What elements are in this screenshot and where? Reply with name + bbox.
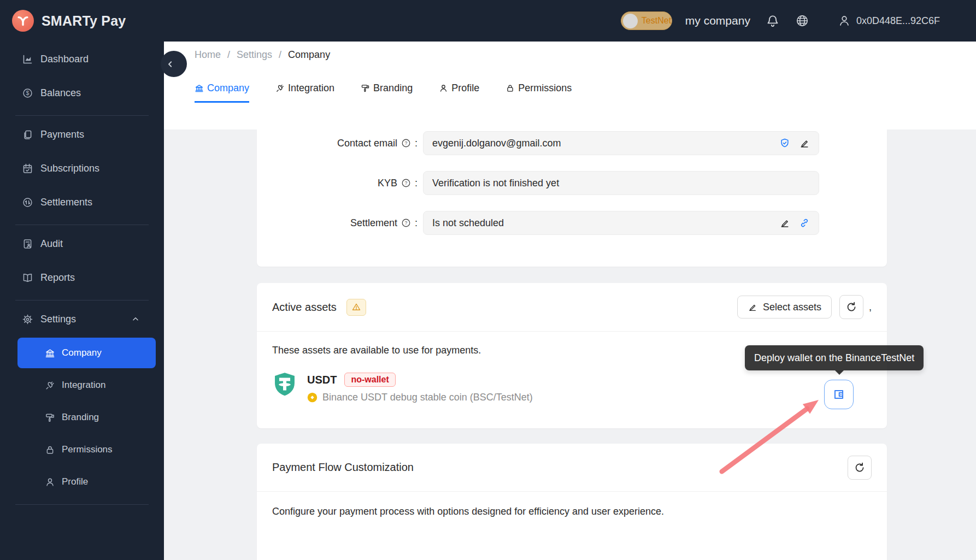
subscriptions-icon [22,163,33,174]
sidebar-divider [15,504,149,505]
field-label: KYB ? : [257,178,418,189]
sidebar-item-label: Audit [40,238,63,250]
sidebar-item-reports[interactable]: Reports [0,262,164,293]
sidebar-item-label: Dashboard [40,54,89,65]
link-icon[interactable] [799,217,810,228]
sidebar-item-label: Subscriptions [40,163,99,174]
tab-permissions[interactable]: Permissions [505,75,572,103]
asset-description: Binance USDT debug stable coin (BSC/Test… [322,392,533,403]
sidebar-item-label: Settings [40,314,76,325]
sidebar-divider [15,225,149,225]
sidebar-item-label: Profile [62,476,88,487]
payment-flow-card: Payment Flow Customization Configure you… [257,444,887,560]
sidebar-item-profile[interactable]: Profile [17,467,156,497]
sidebar-item-label: Company [62,347,102,358]
asset-row-usdt: USDT no-wallet Binance USDT debug stable… [272,372,872,403]
plug-icon [275,84,285,93]
reports-icon [22,272,33,284]
refresh-icon [845,301,857,313]
sidebar-item-integration[interactable]: Integration [17,370,156,400]
content-body: Contact email ? : evgenij.dolganov@gmail… [164,129,976,560]
help-icon[interactable]: ? [401,218,411,228]
select-assets-button[interactable]: Select assets [737,296,832,319]
help-icon[interactable]: ? [401,178,411,188]
paint-roller-icon [45,412,55,423]
active-assets-header: Active assets Select assets [257,283,887,332]
shield-check-icon[interactable] [779,138,790,149]
deploy-wallet-tooltip: Deploy wallet on the BinanceTestNet [745,345,924,370]
settlement-field: Is not scheduled [423,211,819,235]
breadcrumb-home[interactable]: Home [195,49,221,61]
sidebar-item-permissions[interactable]: Permissions [17,434,156,465]
balances-icon: $ [22,87,33,99]
settings-gear-icon [22,314,33,325]
breadcrumb-separator: / [279,49,281,61]
field-value: Verification is not finished yet [432,178,559,189]
edit-icon[interactable] [799,138,810,149]
lock-icon [45,445,55,455]
sidebar-divider [15,300,149,300]
deploy-wallet-button[interactable] [824,380,854,409]
field-value: evgenij.dolganov@gmail.com [432,138,561,149]
payment-flow-description: Configure your payment process with opti… [272,506,872,517]
label-colon: : [415,178,418,189]
tether-icon [272,372,297,397]
payments-icon [22,129,33,140]
refresh-payment-flow-button[interactable] [848,456,872,480]
card-title: Payment Flow Customization [272,461,414,474]
sidebar-item-label: Settlements [40,197,92,208]
dashboard-icon [22,54,33,65]
breadcrumb: Home / Settings / Company [195,49,330,61]
account-address: 0x0D448E...92C6F [856,15,940,27]
asset-symbol: USDT [307,374,337,386]
sidebar-item-balances[interactable]: $ Balances [0,78,164,108]
sidebar-item-label: Payments [40,129,84,140]
user-icon [838,14,851,27]
label-colon: : [415,138,418,149]
tab-company[interactable]: Company [195,75,249,103]
sidebar-item-payments[interactable]: Payments [0,119,164,150]
sidebar-item-subscriptions[interactable]: Subscriptions [0,153,164,184]
kyb-field: Verification is not finished yet [423,171,819,195]
svg-text:?: ? [405,180,408,186]
sidebar-item-company[interactable]: Company [17,338,156,368]
sidebar-item-audit[interactable]: Audit [0,228,164,259]
sidebar: Dashboard $ Balances Payments Subscripti… [0,42,164,560]
settlements-icon [22,197,33,208]
label-colon: : [415,217,418,229]
tab-label: Branding [373,82,413,94]
sidebar-item-dashboard[interactable]: Dashboard [0,44,164,74]
edit-icon[interactable] [779,217,790,228]
sidebar-item-settings[interactable]: Settings [0,304,164,334]
sidebar-item-settlements[interactable]: Settlements [0,187,164,217]
toggle-knob [623,14,638,28]
account-menu[interactable]: 0x0D448E...92C6F [838,14,940,27]
field-label: Contact email ? : [257,138,418,149]
svg-text:?: ? [405,140,408,146]
tab-integration[interactable]: Integration [275,75,334,103]
form-row-kyb: KYB ? : Verification is not finished yet [257,171,887,195]
globe-icon[interactable] [795,14,809,28]
sidebar-item-label: Balances [40,87,81,99]
person-icon [45,477,55,487]
help-icon[interactable]: ? [401,138,411,148]
sidebar-item-branding[interactable]: Branding [17,402,156,433]
tab-label: Profile [451,82,479,94]
sidebar-item-label: Reports [40,272,75,284]
testnet-toggle[interactable]: TestNet [621,11,672,30]
sidebar-collapse-button[interactable] [161,51,187,77]
wallet-icon [832,387,846,402]
audit-icon [22,238,33,250]
tab-profile[interactable]: Profile [439,75,479,103]
bell-icon[interactable] [766,14,780,28]
lock-icon [505,84,515,93]
breadcrumb-settings[interactable]: Settings [237,49,272,61]
bank-icon [195,84,204,93]
tab-branding[interactable]: Branding [361,75,413,103]
top-header: SMARTy Pay TestNet my company 0 [0,0,976,42]
sidebar-item-label: Permissions [62,444,113,455]
chevron-up-icon [131,315,140,323]
refresh-assets-button[interactable] [839,295,863,319]
tab-label: Company [207,82,249,94]
contact-email-field: evgenij.dolganov@gmail.com [423,131,819,155]
